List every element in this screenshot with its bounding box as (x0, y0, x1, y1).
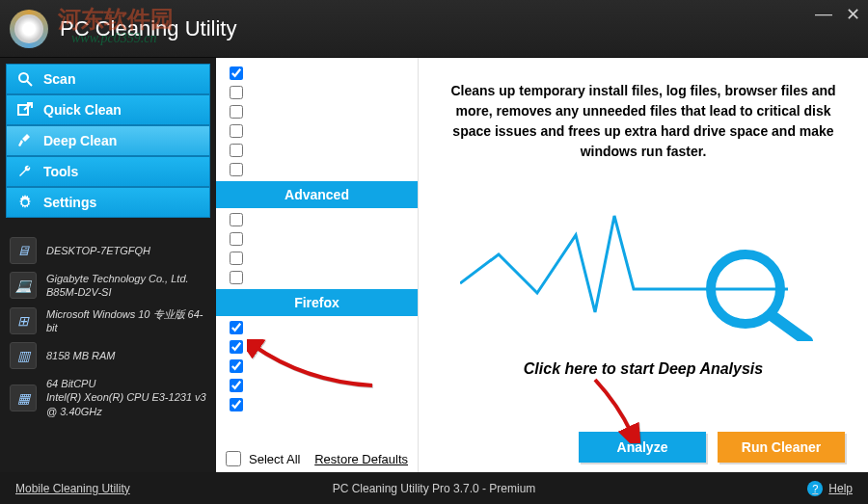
check-item[interactable] (216, 210, 418, 229)
section-firefox: Firefox (216, 289, 418, 316)
check-item[interactable] (216, 357, 418, 376)
check-box[interactable] (230, 66, 243, 80)
nav-scan[interactable]: Scan (6, 64, 210, 94)
check-box[interactable] (230, 163, 243, 176)
check-item[interactable] (216, 141, 418, 160)
check-item[interactable] (216, 229, 418, 249)
nav-settings[interactable]: Settings (6, 187, 210, 218)
ram-label: 8158 MB RAM (46, 349, 116, 362)
check-item[interactable] (216, 376, 418, 395)
wrench-icon (16, 163, 34, 180)
nav-quick[interactable]: Quick Clean (6, 94, 210, 125)
main-panel: Advanced Firefox Select All Restore Defa… (216, 58, 868, 472)
analyze-button[interactable]: Analyze (579, 432, 706, 463)
check-item[interactable] (216, 160, 418, 179)
nav-label: Quick Clean (43, 102, 122, 118)
nav-deep[interactable]: Deep Clean (6, 125, 210, 156)
svg-line-1 (27, 81, 32, 86)
analysis-graphic (442, 197, 845, 341)
nav-label: Scan (43, 71, 75, 87)
check-item[interactable] (216, 83, 418, 102)
check-box[interactable] (230, 124, 243, 138)
window-controls: — ✕ (815, 4, 860, 25)
check-box[interactable] (230, 232, 243, 246)
check-item[interactable] (216, 395, 418, 414)
check-box[interactable] (230, 340, 243, 354)
status-left[interactable]: Mobile Cleaning Utility (15, 482, 130, 495)
check-item[interactable] (216, 64, 418, 83)
check-box[interactable] (230, 252, 243, 265)
select-all-checkbox[interactable] (226, 451, 241, 466)
motherboard-icon: 💻 (10, 272, 37, 299)
sysinfo-ram: ▥ 8158 MB RAM (10, 342, 206, 369)
status-center: PC Cleaning Utility Pro 3.7.0 - Premium (333, 482, 536, 495)
help-link[interactable]: ? Help (807, 481, 853, 496)
sysinfo-cpu: ▦ 64 BitCPU Intel(R) Xeon(R) CPU E3-1231… (10, 377, 206, 418)
check-item[interactable] (216, 102, 418, 121)
gear-icon (16, 194, 34, 211)
minimize-button[interactable]: — (815, 4, 832, 25)
help-icon: ? (807, 481, 823, 496)
nav-tools[interactable]: Tools (6, 156, 210, 187)
check-box[interactable] (230, 144, 243, 157)
help-label: Help (828, 482, 853, 495)
svg-line-4 (773, 316, 807, 341)
check-box[interactable] (230, 359, 243, 373)
check-item[interactable] (216, 121, 418, 141)
statusbar: Mobile Cleaning Utility PC Cleaning Util… (0, 472, 868, 504)
section-advanced: Advanced (216, 181, 418, 208)
check-box[interactable] (230, 271, 243, 284)
sysinfo-os: ⊞ Microsoft Windows 10 专业版 64-bit (10, 307, 206, 335)
check-item[interactable] (216, 249, 418, 268)
os-label: Microsoft Windows 10 专业版 64-bit (46, 307, 206, 335)
system-info-panel: 🖥 DESKTOP-7ETGFQH 💻 Gigabyte Technology … (6, 231, 210, 424)
cpu-icon: ▦ (10, 385, 37, 411)
check-box[interactable] (230, 86, 243, 99)
sysinfo-hostname: 🖥 DESKTOP-7ETGFQH (10, 237, 206, 264)
select-all-row[interactable]: Select All (226, 451, 300, 466)
titlebar: 河东软件园 www.pc0359.cn PC Cleaning Utility … (0, 0, 868, 58)
svg-point-0 (19, 73, 28, 82)
check-item[interactable] (216, 318, 418, 337)
sidebar: ScanQuick CleanDeep CleanToolsSettings 🖥… (0, 58, 216, 472)
app-logo (10, 10, 48, 48)
cpu-label: 64 BitCPU Intel(R) Xeon(R) CPU E3-1231 v… (46, 377, 206, 418)
check-box[interactable] (230, 379, 243, 392)
hostname-label: DESKTOP-7ETGFQH (46, 244, 150, 257)
right-pane: Cleans up temporary install files, log f… (419, 58, 868, 472)
restore-defaults-link[interactable]: Restore Defaults (314, 452, 408, 466)
sysinfo-board: 💻 Gigabyte Technology Co., Ltd. B85M-D2V… (10, 272, 206, 300)
watermark-url: www.pc0359.cn (71, 31, 156, 46)
windows-icon: ⊞ (10, 307, 37, 334)
check-box[interactable] (230, 105, 243, 119)
checkbox-column: Advanced Firefox Select All Restore Defa… (216, 58, 419, 472)
arrow-out-icon (16, 101, 34, 119)
nav-label: Settings (43, 195, 96, 210)
check-box[interactable] (230, 213, 243, 226)
nav-label: Deep Clean (43, 133, 117, 148)
check-box[interactable] (230, 321, 243, 334)
close-button[interactable]: ✕ (846, 4, 860, 25)
cta-text: Click here to start Deep Analysis (442, 360, 845, 378)
check-item[interactable] (216, 337, 418, 357)
select-all-label: Select All (249, 452, 300, 466)
check-item[interactable] (216, 268, 418, 287)
computer-icon: 🖥 (10, 237, 37, 264)
nav-label: Tools (43, 164, 78, 179)
ram-icon: ▥ (10, 342, 37, 369)
run-cleaner-button[interactable]: Run Cleaner (718, 432, 845, 463)
search-icon (16, 70, 34, 88)
broom-icon (16, 132, 34, 149)
description-text: Cleans up temporary install files, log f… (442, 81, 845, 162)
board-label: Gigabyte Technology Co., Ltd. B85M-D2V-S… (46, 272, 206, 300)
check-box[interactable] (230, 398, 243, 411)
